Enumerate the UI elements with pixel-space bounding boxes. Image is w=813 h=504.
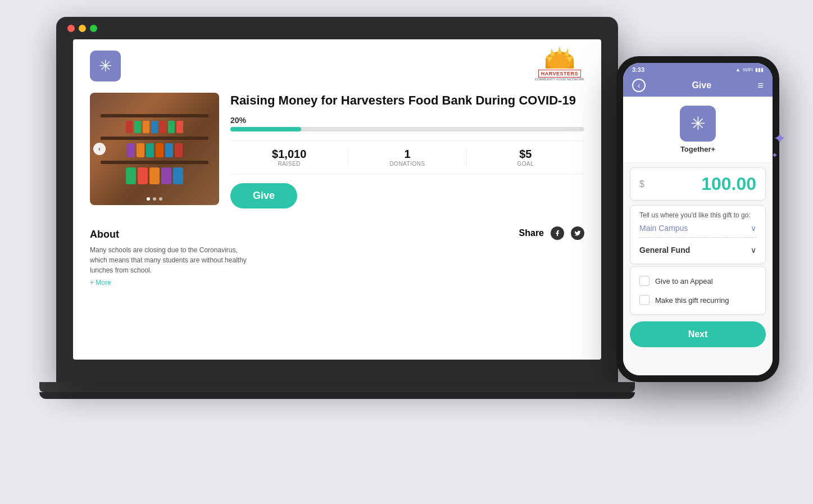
stats-row: $1,010 RAISED 1 DONATIONS $5 GOAL xyxy=(230,140,584,174)
stat-goal: $5 GOAL xyxy=(466,148,584,167)
battery-icon: ▮▮▮ xyxy=(755,67,764,72)
phone-screen: 3:33 ▲ WiFi ▮▮▮ ‹ Give ≡ ✳ xyxy=(623,63,773,375)
wifi-icon: WiFi xyxy=(743,67,753,72)
gift-destination-panel: Tell us where you'd like this gift to go… xyxy=(630,205,766,264)
traffic-lights xyxy=(67,25,97,32)
logo-symbol: ✳ xyxy=(99,58,112,74)
amount-box[interactable]: $ 100.00 xyxy=(630,167,766,201)
carousel-prev-button[interactable]: ‹ xyxy=(93,143,106,155)
org-logo: ✳ xyxy=(680,106,716,142)
about-section: About Many schools are closing due to th… xyxy=(90,229,247,287)
main-content-row: ‹ Raising Money for Harvesters Food Bank… xyxy=(90,93,584,208)
org-header: ✳ Together+ xyxy=(623,97,773,163)
svg-point-0 xyxy=(547,54,572,69)
fund-name: General Fund xyxy=(639,246,690,255)
stat-goal-label: GOAL xyxy=(467,161,584,167)
screen-content: ✳ xyxy=(73,39,601,360)
carousel-dots xyxy=(147,197,162,201)
progress-bar-background xyxy=(230,127,584,131)
stat-raised-value: $1,010 xyxy=(230,148,348,161)
menu-button[interactable]: ≡ xyxy=(757,80,764,92)
options-box: Give to an Appeal Make this gift recurri… xyxy=(630,266,766,315)
gift-destination-label: Tell us where you'd like this gift to go… xyxy=(639,211,756,219)
facebook-icon[interactable] xyxy=(551,226,564,240)
svg-marker-2 xyxy=(551,48,555,56)
twitter-icon[interactable] xyxy=(571,226,584,240)
food-bank-image xyxy=(90,93,219,205)
laptop-body: ✳ xyxy=(56,17,618,382)
svg-marker-3 xyxy=(564,48,569,56)
laptop-foot xyxy=(39,392,635,399)
dot-3 xyxy=(159,197,162,201)
close-button[interactable] xyxy=(67,25,75,32)
amount-value[interactable]: 100.00 xyxy=(649,174,756,194)
phone: 3:33 ▲ WiFi ▮▮▮ ‹ Give ≡ ✳ xyxy=(616,56,779,382)
harvesters-logo: HARVESTERS COMMUNITY FOOD NETWORK xyxy=(535,52,584,81)
recurring-option-row: Make this gift recurring xyxy=(639,293,756,307)
org-logo-symbol: ✳ xyxy=(691,113,706,134)
give-button[interactable]: Give xyxy=(230,183,297,208)
fund-select[interactable]: General Fund ∨ xyxy=(639,242,756,258)
share-label: Share xyxy=(519,228,544,238)
minimize-button[interactable] xyxy=(79,25,86,32)
nav-title: Give xyxy=(692,80,711,90)
share-row: Share xyxy=(519,226,584,240)
laptop: ✳ xyxy=(56,17,618,410)
stat-raised-label: RAISED xyxy=(230,161,348,167)
stat-donations-label: DONATIONS xyxy=(348,161,466,167)
svg-marker-1 xyxy=(557,46,562,54)
harvesters-name: HARVESTERS xyxy=(538,70,581,78)
stat-goal-value: $5 xyxy=(467,148,584,161)
phone-content: ✳ Together+ $ 100.00 Tell us where you'd… xyxy=(623,97,773,375)
fundraiser-info: Raising Money for Harvesters Food Bank D… xyxy=(230,93,584,208)
progress-percent: 20% xyxy=(230,116,584,125)
sparkle-small-icon: ✦ xyxy=(771,151,778,160)
dot-2 xyxy=(153,197,156,201)
dot-1 xyxy=(147,197,150,201)
status-time: 3:33 xyxy=(632,66,644,73)
maximize-button[interactable] xyxy=(90,25,97,32)
stat-donations-value: 1 xyxy=(348,148,466,161)
next-button[interactable]: Next xyxy=(630,321,766,347)
laptop-screen: ✳ xyxy=(73,39,601,360)
more-link[interactable]: + More xyxy=(90,279,111,287)
appeal-checkbox[interactable] xyxy=(639,276,650,286)
appeal-option-label: Give to an Appeal xyxy=(655,277,713,285)
fund-chevron-icon: ∨ xyxy=(751,246,756,255)
screen-header: ✳ xyxy=(90,51,584,81)
about-text: Many schools are closing due to the Coro… xyxy=(90,245,247,275)
back-button[interactable]: ‹ xyxy=(632,79,646,92)
recurring-option-label: Make this gift recurring xyxy=(655,296,729,305)
org-name: Together+ xyxy=(680,145,715,153)
laptop-base xyxy=(39,382,635,392)
phone-body: 3:33 ▲ WiFi ▮▮▮ ‹ Give ≡ ✳ xyxy=(616,56,779,382)
harvesters-sub: COMMUNITY FOOD NETWORK xyxy=(535,78,584,81)
signal-icon: ▲ xyxy=(735,67,741,72)
recurring-checkbox[interactable] xyxy=(639,295,650,305)
app-logo: ✳ xyxy=(90,51,121,81)
campus-name: Main Campus xyxy=(639,224,688,233)
fundraiser-image: ‹ xyxy=(90,93,219,205)
appeal-option-row: Give to an Appeal xyxy=(639,274,756,288)
stat-donations: 1 DONATIONS xyxy=(348,148,466,167)
stat-raised: $1,010 RAISED xyxy=(230,148,348,167)
fundraiser-title: Raising Money for Harvesters Food Bank D… xyxy=(230,93,584,109)
campus-select[interactable]: Main Campus ∨ xyxy=(639,224,756,238)
harvesters-sun-icon xyxy=(546,52,574,69)
nav-bar: ‹ Give ≡ xyxy=(623,74,773,97)
progress-bar-fill xyxy=(230,127,301,131)
dollar-sign: $ xyxy=(639,179,644,189)
about-title: About xyxy=(90,229,247,240)
status-icons: ▲ WiFi ▮▮▮ xyxy=(735,67,764,72)
status-bar: 3:33 ▲ WiFi ▮▮▮ xyxy=(623,63,773,74)
sparkle-icon: ✦ xyxy=(773,129,786,148)
campus-chevron-icon: ∨ xyxy=(751,224,756,233)
